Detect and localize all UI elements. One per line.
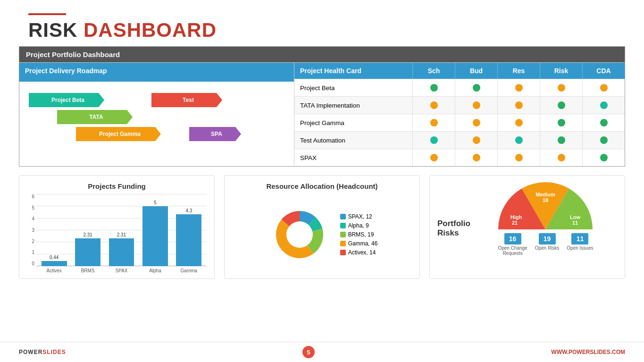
health-risk [540,79,582,96]
health-res [497,149,540,166]
risk-box: 16 Open ChangeRequests [498,233,527,256]
legend-label: SPAX, 12 [348,213,372,220]
health-bud [455,132,497,149]
donut-area: SPAX, 12 Alpha, 9 BRMS, 19 Gamma, 46 Act… [232,194,412,275]
bar-rect [109,238,134,266]
funding-chart-title: Projects Funding [27,182,207,190]
risks-title-col: PortfolioRisks [437,182,470,275]
legend-dot [340,241,346,246]
bar-chart-container: 6 5 4 3 2 1 0 [27,194,207,275]
health-bud [455,149,497,166]
bar-value: 0.44 [50,255,59,260]
risk-box-value: 19 [539,233,556,244]
health-bud [455,97,497,114]
health-data-row: Test Automation [294,131,625,149]
main-content: Project Portfolio Dashboard Project Deli… [0,46,644,279]
health-project-name: Test Automation [294,132,412,149]
risk-box-label: Open ChangeRequests [498,245,527,256]
donut-legend: SPAX, 12 Alpha, 9 BRMS, 19 Gamma, 46 Act… [340,213,378,256]
portfolio-table: Project Portfolio Dashboard Project Deli… [19,46,625,167]
risks-boxes: 16 Open ChangeRequests 19 Open Risks 11 … [498,233,593,256]
legend-label: Alpha, 9 [348,222,369,229]
legend-label: Gamma, 46 [348,240,378,247]
health-cda [582,79,625,96]
bar-col: 2.31 [106,194,137,266]
legend-dot [340,223,346,228]
health-risk [540,97,582,114]
portfolio-header: Project Portfolio Dashboard [19,47,625,62]
arrow-project-gamma: Project Gamma [76,127,161,141]
health-res [497,97,540,114]
bars: 0.44 2.31 2.31 5 4.3 [36,194,207,266]
health-data-row: Project Beta [294,79,625,96]
health-cda [582,149,625,166]
donut-svg [267,202,333,268]
bar-value: 2.31 [83,232,92,237]
health-res [497,79,540,96]
footer-brand: POWERSLIDES [19,349,66,355]
semicircle-wrapper: High 21 Medium 18 Low 11 [498,182,593,229]
health-sch [412,114,455,131]
legend-dot [340,250,346,255]
footer: POWERSLIDES 5 WWW.POWERSLIDES.COM [0,342,644,362]
health-project-name: Project Beta [294,79,412,96]
health-cda [582,97,625,114]
risks-title: PortfolioRisks [437,219,470,238]
bar-value: 2.31 [117,232,126,237]
legend-item: BRMS, 19 [340,231,378,238]
bar-value: 5 [154,200,157,205]
bar-rect [42,261,67,266]
svg-text:Medium: Medium [536,192,556,197]
footer-url: WWW.POWERSLIDES.COM [551,349,625,355]
health-section: Project Health Card Sch Bud Res Risk CDA… [294,63,625,166]
health-risk [540,114,582,131]
health-sch [412,132,455,149]
risk-box-label: Open Issues [567,245,593,251]
health-cda [582,132,625,149]
health-res [497,114,540,131]
page-header: RISK DASHBOARD [0,0,644,46]
risks-inner: PortfolioRisks [437,182,617,275]
health-project-name: SPAX [294,149,412,166]
legend-label: BRMS, 19 [348,231,374,238]
health-res [497,132,540,149]
charts-row: Projects Funding 6 5 4 3 2 1 0 [19,175,625,279]
svg-text:High: High [510,214,522,220]
legend-item: Gamma, 46 [340,240,378,247]
svg-text:11: 11 [572,220,578,226]
health-data-row: Project Gamma [294,114,625,131]
risks-chart-col: High 21 Medium 18 Low 11 16 Open ChangeR… [474,182,617,275]
arrow-spa: SPA [189,127,241,141]
roadmap-section: Project Delivery Roadmap Project Beta Te… [19,63,294,166]
bar-rect [176,214,201,266]
funding-chart-card: Projects Funding 6 5 4 3 2 1 0 [19,175,215,279]
health-rows: Project Beta TATA Implementation Project… [294,79,625,166]
bar-label: Alpha [139,268,171,273]
health-data-row: SPAX [294,149,625,166]
health-bud [455,79,497,96]
bar-label: BRMS [72,268,103,273]
health-project-name: Project Gamma [294,114,412,131]
portfolio-grid: Project Delivery Roadmap Project Beta Te… [19,62,625,166]
bar-labels: ActivexBRMSSPAXAlphaGamma [36,266,207,275]
health-cda [582,114,625,131]
health-bud [455,114,497,131]
health-col-headers: Project Health Card Sch Bud Res Risk CDA [294,63,625,79]
bar-label: Gamma [173,268,205,273]
title-risk: RISK [28,19,84,41]
svg-text:18: 18 [543,197,548,203]
col-sch: Sch [412,63,455,79]
roadmap-area: Project Beta Test TATA Project Gamma SPA [19,82,294,164]
risk-box: 11 Open Issues [567,233,593,256]
health-risk [540,149,582,166]
risk-box: 19 Open Risks [535,233,560,256]
col-health-card: Project Health Card [294,63,412,79]
header-accent-line [28,13,66,15]
svg-text:21: 21 [512,220,518,226]
bar-col: 2.31 [72,194,103,266]
risk-box-label: Open Risks [535,245,560,251]
title-dashboard: DASHBOARD [84,19,217,41]
health-sch [412,97,455,114]
svg-point-1 [286,221,313,248]
resource-chart-card: Resource Allocation (Headcount) SPAX, 12… [224,175,420,279]
